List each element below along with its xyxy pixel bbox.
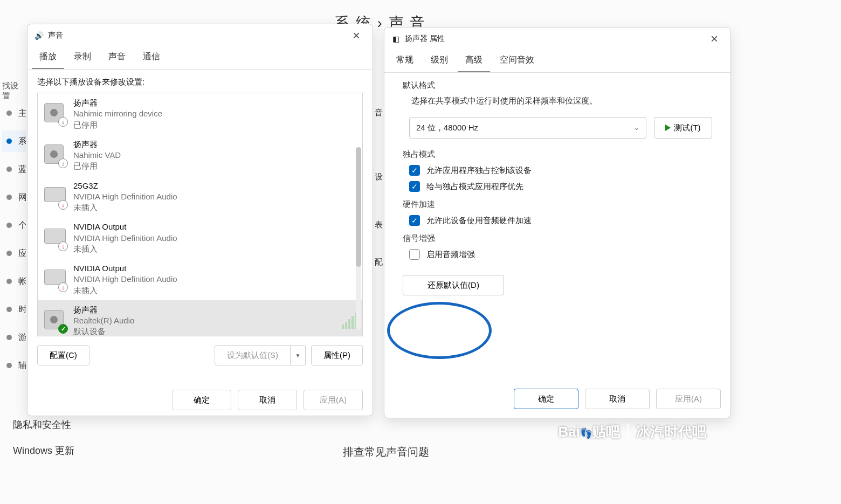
set-default-dropdown[interactable]: ▼ [291, 345, 306, 365]
dialog-titlebar: 🔊 声音 × [27, 24, 373, 47]
sidebar-item[interactable]: 应 [2, 243, 26, 264]
play-icon [665, 125, 671, 131]
device-row[interactable]: ↓ 扬声器 Nahimic VAD 已停用 [38, 135, 362, 176]
device-row[interactable]: ↓ NVIDIA Output NVIDIA High Definition A… [38, 217, 362, 259]
tab-spatial[interactable]: 空间音效 [492, 50, 542, 72]
checkbox-unchecked-icon [409, 249, 420, 260]
apply-button[interactable]: 应用(A) [304, 390, 363, 410]
apply-button[interactable]: 应用(A) [656, 389, 721, 409]
ok-button[interactable]: 确定 [172, 390, 231, 410]
instruction-text: 选择以下播放设备来修改设置: [27, 70, 373, 93]
dialog-title: 声音 [48, 31, 63, 40]
monitor-icon: ↓ [43, 226, 67, 250]
restore-defaults-button[interactable]: 还原默认值(D) [403, 275, 504, 295]
sidebar-item[interactable]: 辅 [2, 355, 26, 376]
checkbox-checked-icon: ✓ [409, 215, 420, 226]
device-row[interactable]: ↓ 25G3Z NVIDIA High Definition Audio 未插入 [38, 176, 362, 218]
dialog-titlebar: ◧ 扬声器 属性 × [384, 27, 730, 50]
troubleshoot-sound-label: 排查常见声音问题 [343, 445, 429, 459]
settings-sidebar: 主 系 蓝 网 个 应 帐 时 游 辅 [0, 102, 26, 376]
test-button[interactable]: 测试(T) [654, 117, 712, 139]
sidebar-item[interactable]: 帐 [2, 271, 26, 292]
speaker-icon: ↓ [43, 102, 67, 126]
watermark: Bai👣贴吧 冰汽时代吧 [559, 423, 706, 441]
hw-accel-checkbox[interactable]: ✓ 允许此设备使用音频硬件加速 [409, 215, 712, 226]
sidebar-item[interactable]: 网 [2, 187, 26, 208]
sidebar-item[interactable]: 蓝 [2, 158, 26, 180]
tab-playback[interactable]: 播放 [32, 47, 64, 69]
watermark-brand: Bai👣贴吧 [559, 423, 620, 441]
cancel-button[interactable]: 取消 [585, 389, 650, 409]
format-select[interactable]: 24 位，48000 Hz ⌄ [409, 117, 646, 139]
checkbox-checked-icon: ✓ [409, 165, 420, 176]
exclusive-mode-title: 独占模式 [403, 149, 712, 160]
properties-button[interactable]: 属性(P) [311, 345, 363, 365]
configure-button[interactable]: 配置(C) [37, 345, 89, 365]
level-meter-icon [342, 313, 357, 329]
sidebar-item[interactable]: 主 [2, 102, 26, 124]
sidebar-item[interactable]: 游 [2, 327, 26, 348]
props-tabs: 常规 级别 高级 空间音效 [384, 50, 730, 73]
default-format-title: 默认格式 [403, 80, 712, 91]
sound-tabs: 播放 录制 声音 通信 [27, 47, 373, 70]
tab-general[interactable]: 常规 [389, 50, 421, 72]
scrollbar-thumb[interactable] [356, 147, 361, 267]
sidebar-item[interactable]: 系 [2, 130, 26, 152]
tab-communications[interactable]: 通信 [135, 47, 168, 69]
chevron-down-icon: ⌄ [634, 124, 639, 132]
enable-audio-enhance-checkbox[interactable]: 启用音频增强 [409, 249, 712, 260]
default-format-desc: 选择在共享模式中运行时使用的采样频率和位深度。 [411, 96, 712, 106]
exclusive-allow-checkbox[interactable]: ✓ 允许应用程序独占控制该设备 [409, 165, 712, 176]
signal-enhance-title: 信号增强 [403, 233, 712, 244]
set-default-button[interactable]: 设为默认值(S) [215, 345, 291, 365]
watermark-forum: 冰汽时代吧 [636, 423, 706, 441]
ok-button[interactable]: 确定 [514, 389, 578, 409]
search-input-clipped[interactable]: 找设置 [2, 81, 24, 99]
cancel-button[interactable]: 取消 [238, 390, 297, 410]
close-button[interactable]: × [347, 26, 366, 45]
exclusive-priority-checkbox[interactable]: ✓ 给与独占模式应用程序优先 [409, 181, 712, 192]
tab-recording[interactable]: 录制 [66, 47, 99, 69]
speaker-properties-dialog: ◧ 扬声器 属性 × 常规 级别 高级 空间音效 默认格式 选择在共享模式中运行… [384, 27, 731, 418]
sound-icon: 🔊 [34, 31, 44, 40]
tab-levels[interactable]: 级别 [423, 50, 456, 72]
sound-dialog: 🔊 声音 × 播放 录制 声音 通信 选择以下播放设备来修改设置: ↓ 扬声器 … [27, 24, 373, 416]
speaker-icon: ✓ [43, 309, 67, 333]
tab-advanced[interactable]: 高级 [458, 50, 490, 72]
dialog-title: 扬声器 属性 [405, 34, 445, 44]
sidebar-item[interactable]: 个 [2, 215, 26, 236]
device-row-selected[interactable]: ✓ 扬声器 Realtek(R) Audio 默认设备 [38, 300, 362, 336]
bg-right-hints: 音 设 表 配 [375, 108, 383, 267]
device-row[interactable]: ↓ NVIDIA Output NVIDIA High Definition A… [38, 259, 362, 300]
sidebar-update[interactable]: Windows 更新 [13, 444, 74, 457]
sidebar-privacy[interactable]: 隐私和安全性 [13, 418, 71, 431]
monitor-icon: ↓ [43, 185, 67, 209]
hw-accel-title: 硬件加速 [403, 199, 712, 210]
tab-sounds[interactable]: 声音 [101, 47, 133, 69]
speaker-icon: ↓ [43, 143, 67, 167]
close-button[interactable]: × [705, 29, 724, 49]
device-row[interactable]: ↓ 扬声器 Nahimic mirroring device 已停用 [38, 93, 362, 135]
speaker-icon: ◧ [391, 34, 401, 44]
sidebar-item[interactable]: 时 [2, 299, 26, 320]
device-list[interactable]: ↓ 扬声器 Nahimic mirroring device 已停用 ↓ 扬声器… [37, 93, 363, 336]
monitor-icon: ↓ [43, 267, 67, 291]
checkbox-checked-icon: ✓ [409, 181, 420, 192]
